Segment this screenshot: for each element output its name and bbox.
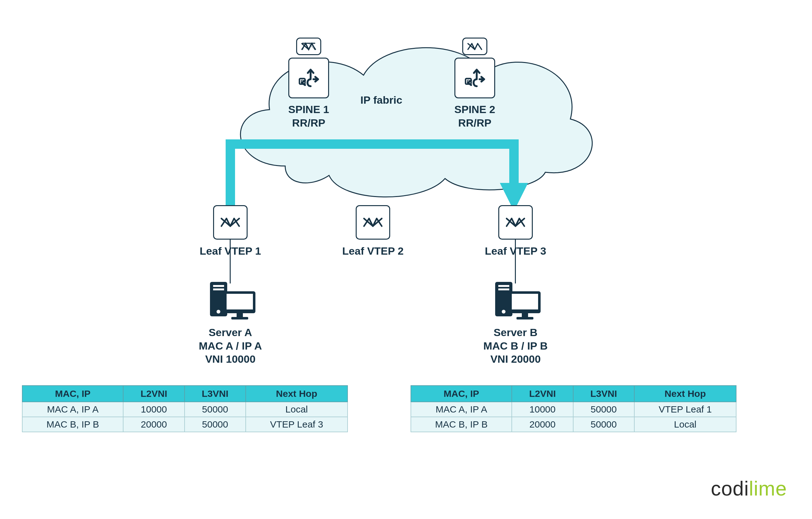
server-b-name: Server B <box>494 326 538 338</box>
svg-rect-37 <box>213 285 224 287</box>
svg-rect-46 <box>498 288 509 291</box>
table-row: MAC B, IP B 20000 50000 Local <box>411 417 736 432</box>
cell: 50000 <box>573 417 634 432</box>
svg-rect-51 <box>517 317 533 319</box>
server-a-icon <box>207 280 257 322</box>
spine2-name: SPINE 2 <box>455 103 495 115</box>
cell: 20000 <box>123 417 184 432</box>
th-l2vni: L2VNI <box>512 386 573 402</box>
routing-table-left: MAC, IP L2VNI L3VNI Next Hop MAC A, IP A… <box>22 385 348 432</box>
table-row: MAC A, IP A 10000 50000 VTEP Leaf 1 <box>411 402 736 417</box>
cell: 50000 <box>184 402 246 417</box>
svg-rect-42 <box>237 313 243 317</box>
link-leaf3-serverb <box>515 240 516 283</box>
cell: VTEP Leaf 3 <box>246 417 348 432</box>
cell: 10000 <box>123 402 184 417</box>
th-l3vni: L3VNI <box>573 386 634 402</box>
cell: 20000 <box>512 417 573 432</box>
spine1-name: SPINE 1 <box>288 103 329 115</box>
spine1-role: RR/RP <box>292 117 325 129</box>
server-a-name: Server A <box>209 326 252 338</box>
cell: 10000 <box>512 402 573 417</box>
th-l2vni: L2VNI <box>123 386 184 402</box>
svg-rect-38 <box>213 288 224 291</box>
th-nexthop: Next Hop <box>246 386 348 402</box>
th-l3vni: L3VNI <box>184 386 246 402</box>
cell: 50000 <box>573 402 634 417</box>
cell: VTEP Leaf 1 <box>634 402 736 417</box>
leaf3-switch-icon <box>498 205 533 240</box>
codilime-logo: codilime <box>711 477 787 500</box>
ip-fabric-cloud <box>204 28 608 204</box>
svg-text:P: P <box>300 79 304 84</box>
svg-rect-41 <box>227 294 253 309</box>
server-a-vni: VNI 10000 <box>205 353 256 365</box>
server-a-macip: MAC A / IP A <box>199 340 262 352</box>
cell: Local <box>634 417 736 432</box>
spine1-label: SPINE 1RR/RP <box>273 103 345 129</box>
svg-line-12 <box>477 43 482 50</box>
routing-tables: MAC, IP L2VNI L3VNI Next Hop MAC A, IP A… <box>22 385 790 432</box>
cell: MAC B, IP B <box>22 417 123 432</box>
routing-table-right: MAC, IP L2VNI L3VNI Next Hop MAC A, IP A… <box>410 385 736 432</box>
network-diagram: IP fabric P SPINE 1RR/RP P SPINE 2RR/RP … <box>0 0 812 519</box>
leaf1-switch-icon <box>213 205 248 240</box>
th-nexthop: Next Hop <box>634 386 736 402</box>
svg-point-47 <box>502 310 505 313</box>
server-a-label: Server AMAC A / IP AVNI 10000 <box>183 326 277 366</box>
svg-rect-45 <box>498 285 509 287</box>
leaf2-switch-icon <box>356 205 390 240</box>
svg-text:P: P <box>467 79 470 84</box>
cell: MAC A, IP A <box>411 402 512 417</box>
server-b-macip: MAC B / IP B <box>483 340 548 352</box>
server-b-label: Server BMAC B / IP BVNI 20000 <box>468 326 562 366</box>
cell: MAC A, IP A <box>22 402 123 417</box>
logo-part2: lime <box>749 477 787 500</box>
table-row: MAC A, IP A 10000 50000 Local <box>22 402 348 417</box>
ip-fabric-label: IP fabric <box>360 94 402 106</box>
svg-rect-50 <box>522 313 528 317</box>
svg-line-11 <box>475 43 477 50</box>
svg-rect-49 <box>512 294 538 309</box>
th-macip: MAC, IP <box>411 386 512 402</box>
cell: 50000 <box>184 417 246 432</box>
cell: MAC B, IP B <box>411 417 512 432</box>
spine1-router-icon: P <box>288 58 329 98</box>
svg-rect-43 <box>231 317 248 319</box>
spine2-label: SPINE 2RR/RP <box>439 103 511 129</box>
server-b-vni: VNI 20000 <box>490 353 541 365</box>
server-b-icon <box>492 280 542 322</box>
table-row: MAC B, IP B 20000 50000 VTEP Leaf 3 <box>22 417 348 432</box>
spine2-router-icon: P <box>455 58 495 98</box>
leaf2-label: Leaf VTEP 2 <box>337 244 409 258</box>
cell: Local <box>246 402 348 417</box>
spine2-role: RR/RP <box>458 117 491 129</box>
spine1-switch-icon <box>296 38 321 55</box>
svg-point-39 <box>216 310 220 313</box>
th-macip: MAC, IP <box>22 386 123 402</box>
spine2-switch-icon <box>462 38 487 55</box>
logo-part1: codi <box>711 477 749 500</box>
link-leaf1-servera <box>230 240 231 283</box>
